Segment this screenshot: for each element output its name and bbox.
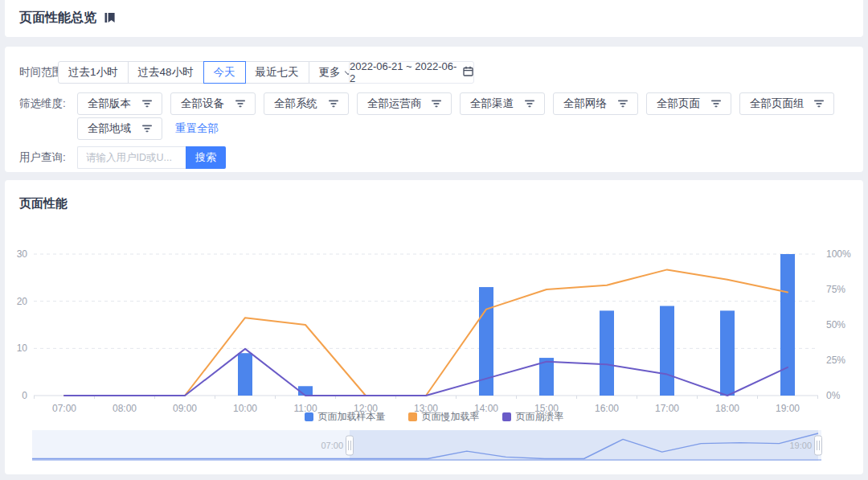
dimension-filter-全部设备[interactable]: 全部设备 — [170, 92, 256, 115]
legend-label: 页面慢加载率 — [422, 410, 480, 424]
line-series-1[interactable] — [64, 349, 788, 396]
time-option-label: 更多 — [319, 66, 341, 78]
page-header: 页面性能总览 — [5, 0, 863, 37]
legend-item-0[interactable]: 页面加载样本量 — [305, 410, 386, 424]
time-option-label: 今天 — [214, 66, 235, 78]
legend-swatch — [502, 412, 511, 421]
dimension-filter-label: 全部页面组 — [750, 96, 805, 111]
legend-swatch — [408, 412, 417, 421]
date-range-value: 2022-06-21 ~ 2022-06-2 — [350, 60, 457, 84]
svg-text:30: 30 — [17, 248, 28, 260]
filter-icon — [235, 98, 245, 110]
time-option-label: 过去48小时 — [138, 66, 194, 78]
filter-icon — [329, 98, 338, 110]
dimension-filter-全部版本[interactable]: 全部版本 — [77, 92, 162, 115]
dimension-filter-全部网络[interactable]: 全部网络 — [553, 92, 638, 115]
dimension-filter-全部渠道[interactable]: 全部渠道 — [460, 92, 545, 115]
dimension-filter-全部系统[interactable]: 全部系统 — [264, 92, 349, 115]
time-option-label: 过去1小时 — [68, 66, 118, 78]
datazoom-selected-range — [350, 430, 818, 461]
filter-icon — [142, 98, 152, 110]
time-option-1[interactable]: 过去48小时 — [128, 61, 204, 84]
line-series-0[interactable] — [64, 269, 788, 396]
filter-icon — [525, 98, 534, 110]
svg-text:100%: 100% — [826, 248, 851, 260]
legend-label: 页面加载样本量 — [318, 410, 386, 424]
user-query-label: 用户查询: — [19, 146, 66, 169]
svg-text:75%: 75% — [826, 284, 845, 295]
calendar-icon — [463, 66, 473, 79]
legend-swatch — [305, 412, 313, 421]
filter-icon — [814, 98, 824, 110]
dimension-filter-全部页面[interactable]: 全部页面 — [646, 92, 731, 115]
dimension-filter-全部运营商[interactable]: 全部运营商 — [357, 92, 452, 115]
left-axis-labels: 0102030 — [17, 248, 28, 401]
date-range-picker[interactable]: 2022-06-21 ~ 2022-06-2 — [349, 61, 474, 84]
dimension-row-2: 全部地域 — [77, 117, 162, 140]
time-option-2[interactable]: 今天 — [203, 61, 246, 84]
datazoom-left-handle[interactable] — [346, 436, 354, 455]
svg-text:25%: 25% — [826, 355, 845, 366]
legend-item-1[interactable]: 页面慢加载率 — [408, 410, 480, 424]
filter-icon — [142, 123, 152, 135]
dimension-filter-label: 全部设备 — [181, 96, 224, 111]
dimension-filter-label: 全部渠道 — [470, 96, 514, 111]
dimension-filter-label: 全部页面 — [657, 96, 700, 111]
dimension-filter-label: 全部系统 — [274, 96, 317, 111]
dimension-filter-label: 全部网络 — [563, 96, 607, 111]
chart-panel: 页面性能 01020300%25%50%75%100%07:0008:0009:… — [5, 180, 863, 474]
time-option-label: 最近七天 — [256, 66, 299, 78]
page-title: 页面性能总览 — [19, 10, 96, 27]
page: 页面性能总览 时间范围: 过去1小时过去48小时今天最近七天更多 2022-06… — [0, 0, 868, 480]
legend-item-2[interactable]: 页面崩溃率 — [502, 410, 564, 424]
legend-label: 页面崩溃率 — [516, 410, 564, 424]
time-option-3[interactable]: 最近七天 — [245, 61, 309, 84]
user-query-input[interactable] — [77, 146, 186, 169]
dimension-filter-label: 全部地域 — [88, 121, 131, 136]
time-range-group: 过去1小时过去48小时今天最近七天更多 — [58, 61, 361, 84]
chart-legend: 页面加载样本量页面慢加载率页面崩溃率 — [5, 410, 863, 424]
search-button[interactable]: 搜索 — [186, 146, 226, 169]
datazoom-slider[interactable]: 07:0019:00 — [32, 430, 822, 461]
dimension-filter-label: 全部版本 — [88, 96, 131, 111]
svg-text:50%: 50% — [826, 319, 845, 330]
svg-text:10: 10 — [17, 343, 28, 354]
dimension-filter-全部地域[interactable]: 全部地域 — [77, 117, 162, 140]
datazoom-end-label: 19:00 — [789, 441, 812, 450]
filter-icon — [711, 98, 721, 110]
time-option-0[interactable]: 过去1小时 — [58, 61, 129, 84]
bookmark-icon[interactable] — [104, 12, 115, 27]
datazoom-right-handle[interactable] — [815, 436, 822, 455]
performance-chart[interactable]: 01020300%25%50%75%100%07:0008:0009:0010:… — [5, 180, 863, 474]
datazoom-start-label: 07:00 — [321, 441, 343, 450]
dimension-row-1: 全部版本全部设备全部系统全部运营商全部渠道全部网络全部页面全部页面组 — [77, 92, 834, 115]
bar-series[interactable] — [238, 254, 795, 396]
dimension-filter-全部页面组[interactable]: 全部页面组 — [739, 92, 834, 115]
dimension-filter-label: 全部运营商 — [367, 96, 422, 111]
filter-icon — [618, 98, 628, 110]
svg-text:0: 0 — [22, 390, 27, 401]
svg-text:0%: 0% — [826, 390, 841, 401]
svg-text:20: 20 — [17, 296, 28, 307]
filter-icon — [432, 98, 441, 110]
reset-all-link[interactable]: 重置全部 — [175, 117, 219, 140]
right-axis-labels: 0%25%50%75%100% — [826, 248, 851, 401]
dimension-filter-label: 筛选维度: — [19, 92, 66, 115]
filter-panel: 时间范围: 过去1小时过去48小时今天最近七天更多 2022-06-21 ~ 2… — [5, 47, 863, 172]
